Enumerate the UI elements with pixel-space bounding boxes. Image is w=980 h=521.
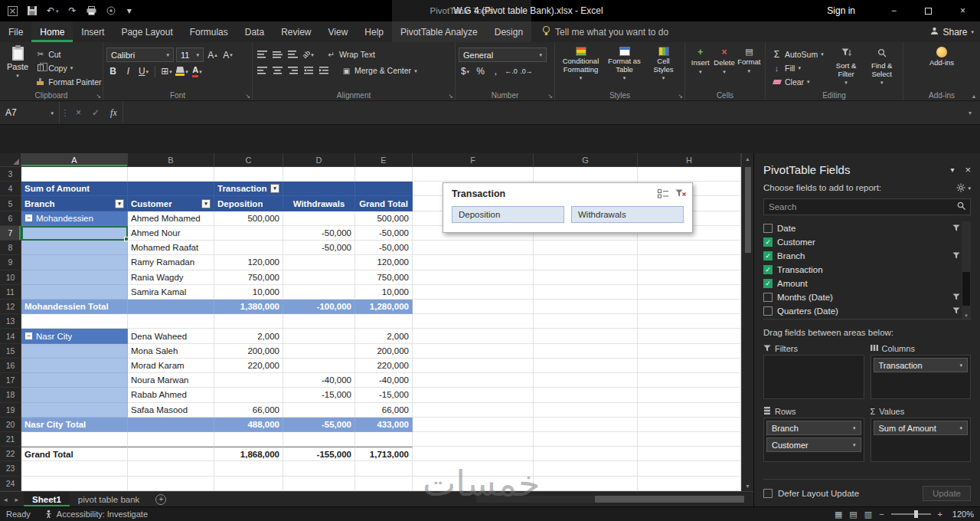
cell-d3[interactable] — [283, 167, 355, 182]
tell-me-box[interactable]: Tell me what you want to do — [542, 21, 668, 42]
ribbon-tab-home[interactable]: Home — [31, 21, 73, 42]
cell-g18[interactable] — [534, 388, 638, 402]
cell-e11[interactable]: 10,000 — [355, 285, 413, 300]
normal-view-icon[interactable]: ▦ — [835, 510, 842, 519]
cell-e17[interactable]: -40,000 — [355, 373, 413, 388]
cell-styles-button[interactable]: Cell Styles▾ — [647, 45, 681, 90]
excel-app-icon[interactable] — [8, 6, 18, 16]
field-filter-icon[interactable] — [952, 306, 960, 316]
pane-close-icon[interactable]: × — [965, 164, 971, 175]
row-header-20[interactable]: 20 — [0, 418, 21, 432]
cell-d20[interactable]: -55,000 — [283, 418, 355, 432]
field-checkbox-customer[interactable]: ✓ — [763, 238, 773, 247]
column-header-a[interactable]: A — [21, 153, 128, 167]
row-header-11[interactable]: 11 — [0, 285, 21, 300]
cell-e7[interactable]: -50,000 — [355, 226, 413, 241]
clear-button[interactable]: Clear▾ — [772, 76, 828, 88]
cell-e16[interactable]: 220,000 — [355, 359, 413, 373]
cell-b7[interactable]: Ahmed Nour — [128, 226, 214, 241]
cell-e23[interactable] — [355, 461, 413, 476]
cell-c6[interactable]: 500,000 — [214, 211, 283, 226]
cell-a15[interactable] — [21, 344, 128, 359]
merge-center-button[interactable]: ▣Merge & Center▾ — [341, 64, 417, 77]
cell-a17[interactable] — [21, 373, 128, 388]
cell-c7[interactable] — [214, 226, 283, 241]
cell-b5[interactable]: Customer▾ — [128, 196, 214, 211]
horizontal-scrollbar[interactable] — [476, 496, 744, 503]
row-header-21[interactable]: 21 — [0, 432, 21, 447]
cell-g3[interactable] — [534, 167, 638, 182]
font-color-button[interactable]: A▾ — [191, 64, 204, 78]
cell-a24[interactable] — [21, 477, 128, 491]
cell-c22[interactable]: 1,868,000 — [214, 447, 283, 461]
cell-f11[interactable] — [413, 285, 534, 300]
area-box-columns[interactable]: Transaction▾ — [871, 355, 972, 399]
align-middle-button[interactable] — [271, 48, 284, 61]
cell-f17[interactable] — [413, 373, 534, 388]
cell-c19[interactable]: 66,000 — [214, 403, 283, 418]
chip-dropdown-icon[interactable]: ▾ — [853, 425, 856, 431]
cell-d13[interactable] — [283, 314, 355, 329]
cell-b11[interactable]: Samira Kamal — [128, 285, 214, 300]
cell-e22[interactable]: 1,713,000 — [355, 447, 413, 461]
field-item-branch[interactable]: ✓Branch — [763, 249, 960, 263]
cell-c8[interactable] — [214, 241, 283, 255]
row-header-19[interactable]: 19 — [0, 403, 21, 418]
cell-h20[interactable] — [638, 418, 741, 432]
save-icon[interactable] — [28, 6, 37, 15]
sort-filter-button[interactable]: Sort & Filter▾ — [828, 45, 864, 90]
cut-button[interactable]: ✂Cut — [35, 48, 101, 61]
row-header-5[interactable]: 5 — [0, 196, 21, 211]
number-dialog-launcher[interactable]: ↘ — [547, 93, 553, 100]
cell-a18[interactable] — [21, 388, 128, 402]
field-filter-icon[interactable] — [952, 292, 960, 303]
formula-input[interactable] — [122, 101, 960, 124]
area-box-rows[interactable]: Branch▾Customer▾ — [763, 418, 864, 462]
cell-e13[interactable] — [355, 314, 413, 329]
cell-h23[interactable] — [638, 461, 741, 476]
field-item-date[interactable]: Date — [763, 221, 960, 235]
cell-c20[interactable]: 488,000 — [214, 418, 283, 432]
cell-f24[interactable] — [413, 477, 534, 491]
field-checkbox-months-date[interactable] — [763, 293, 773, 302]
cell-g10[interactable] — [534, 270, 638, 285]
cell-h9[interactable] — [638, 255, 741, 270]
decrease-decimal-button[interactable]: .0→ — [520, 64, 533, 78]
cell-g8[interactable] — [534, 241, 638, 255]
cell-e4[interactable] — [355, 182, 413, 196]
slicer-multiselect-icon[interactable] — [658, 189, 668, 198]
italic-button[interactable]: I — [122, 64, 135, 78]
slicer-button-withdrawals[interactable]: Withdrawals — [571, 206, 684, 223]
page-layout-view-icon[interactable]: ▤ — [849, 510, 857, 519]
cell-e3[interactable] — [355, 167, 413, 182]
field-checkbox-date[interactable] — [763, 224, 773, 233]
fill-color-button[interactable]: ▾ — [175, 64, 188, 78]
zoom-out-icon[interactable]: − — [879, 510, 884, 519]
ribbon-tab-help[interactable]: Help — [356, 21, 392, 42]
cell-c13[interactable] — [214, 314, 283, 329]
row-header-8[interactable]: 8 — [0, 241, 21, 255]
cell-e9[interactable]: 120,000 — [355, 255, 413, 270]
collapse-group-icon[interactable]: − — [24, 214, 33, 222]
scroll-down-icon[interactable]: ▼ — [745, 480, 750, 491]
name-box-splitter[interactable]: ⋮ — [60, 101, 70, 124]
accessibility-status[interactable]: Accessibility: Investigate — [44, 510, 148, 519]
cell-b22[interactable] — [128, 447, 214, 461]
field-checkbox-transaction[interactable]: ✓ — [763, 265, 773, 274]
align-left-button[interactable] — [256, 64, 269, 77]
cell-a19[interactable] — [21, 403, 128, 418]
ribbon-tab-formulas[interactable]: Formulas — [181, 21, 237, 42]
cell-f20[interactable] — [413, 418, 534, 432]
column-header-g[interactable]: G — [534, 153, 638, 167]
cell-a7[interactable] — [21, 226, 128, 241]
cell-d24[interactable] — [283, 477, 355, 491]
cell-g19[interactable] — [534, 403, 638, 418]
cell-a23[interactable] — [21, 461, 128, 476]
cell-b12[interactable] — [128, 300, 214, 314]
sheet-tab-sheet1[interactable]: Sheet1 — [24, 492, 70, 506]
sheet-tab-pivot-table-bank[interactable]: pivot table bank — [70, 492, 149, 506]
cell-b4[interactable] — [128, 182, 214, 196]
increase-indent-button[interactable] — [317, 64, 330, 77]
cell-b3[interactable] — [128, 167, 214, 182]
cell-d9[interactable] — [283, 255, 355, 270]
